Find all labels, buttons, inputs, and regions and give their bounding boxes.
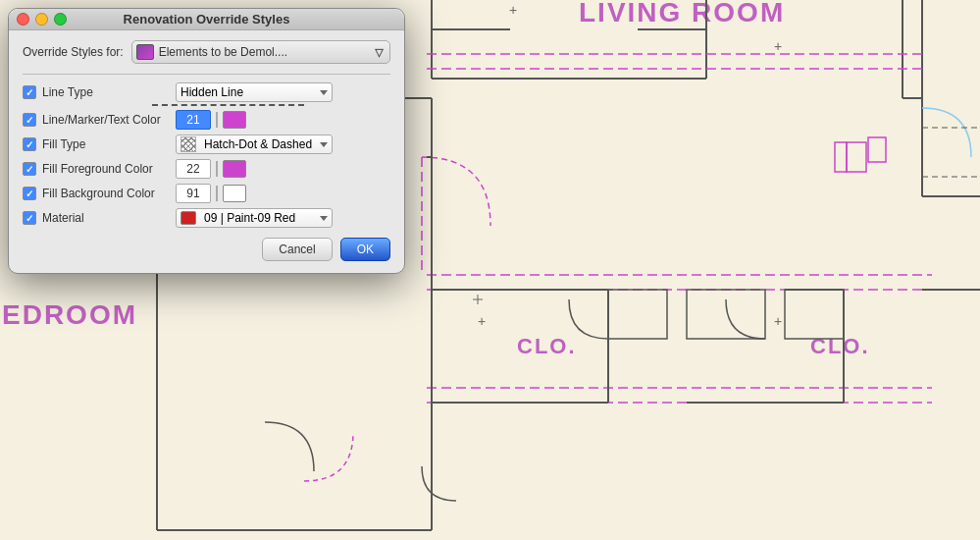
line-type-arrow bbox=[320, 90, 328, 95]
cancel-button[interactable]: Cancel bbox=[262, 238, 332, 261]
fill-bg-color-label: Fill Background Color bbox=[42, 187, 170, 200]
line-color-checkbox[interactable] bbox=[23, 113, 36, 127]
dialog-titlebar: Renovation Override Styles bbox=[9, 9, 404, 30]
override-for-row: Override Styles for: Elements to be Demo… bbox=[23, 40, 390, 64]
line-type-label: Line Type bbox=[42, 85, 170, 99]
material-dropdown[interactable]: 09 | Paint-09 Red bbox=[176, 208, 333, 228]
override-for-label: Override Styles for: bbox=[23, 45, 124, 59]
material-color-icon bbox=[181, 211, 196, 225]
demolition-icon-box bbox=[136, 44, 154, 60]
line-color-number[interactable] bbox=[176, 110, 211, 130]
line-type-text: Hidden Line bbox=[181, 85, 316, 99]
renovation-override-dialog: Renovation Override Styles Override Styl… bbox=[8, 8, 405, 274]
material-text: 09 | Paint-09 Red bbox=[204, 211, 316, 225]
line-type-checkbox[interactable] bbox=[23, 85, 36, 99]
dialog-title: Renovation Override Styles bbox=[124, 12, 290, 27]
fill-fg-color-row: Fill Foreground Color bbox=[23, 159, 390, 179]
fill-fg-color-checkbox[interactable] bbox=[23, 162, 36, 176]
maximize-button[interactable] bbox=[54, 13, 67, 26]
line-color-row: Line/Marker/Text Color bbox=[23, 110, 390, 130]
line-type-dropdown[interactable]: Hidden Line bbox=[176, 82, 333, 102]
fill-bg-color-row: Fill Background Color bbox=[23, 184, 390, 203]
hatch-preview-icon bbox=[181, 136, 196, 152]
material-row: Material 09 | Paint-09 Red bbox=[23, 208, 390, 228]
fill-bg-color-number[interactable] bbox=[176, 184, 211, 203]
svg-text:+: + bbox=[478, 313, 486, 329]
override-for-dropdown[interactable]: Elements to be Demol.... ▿ bbox=[131, 40, 390, 64]
dialog-body: Override Styles for: Elements to be Demo… bbox=[9, 30, 404, 273]
material-value: 09 | Paint-09 Red bbox=[176, 208, 333, 228]
ok-button[interactable]: OK bbox=[340, 238, 390, 261]
for-dropdown-arrow: ▿ bbox=[375, 43, 384, 61]
clo-right-label: CLO. bbox=[810, 334, 870, 358]
button-row: Cancel OK bbox=[23, 238, 390, 261]
material-checkbox[interactable] bbox=[23, 211, 36, 225]
clo-left-label: CLO. bbox=[517, 334, 577, 358]
fill-bg-sep bbox=[216, 186, 218, 201]
dialog-overlay: Renovation Override Styles Override Styl… bbox=[0, 0, 412, 304]
line-type-value: Hidden Line bbox=[176, 82, 333, 102]
material-arrow bbox=[320, 216, 328, 221]
line-color-sep bbox=[216, 112, 218, 128]
fill-type-row: Fill Type Hatch-Dot & Dashed bbox=[23, 135, 390, 154]
living-room-label: LIVING ROOM bbox=[579, 0, 785, 27]
line-color-swatch[interactable] bbox=[223, 111, 246, 129]
hidden-line-preview bbox=[152, 104, 304, 106]
material-label: Material bbox=[42, 211, 170, 225]
override-for-value: Elements to be Demol.... bbox=[159, 45, 375, 59]
fill-type-value: Hatch-Dot & Dashed bbox=[176, 135, 333, 154]
fill-type-dropdown[interactable]: Hatch-Dot & Dashed bbox=[176, 135, 333, 154]
fill-bg-color-swatch[interactable] bbox=[223, 185, 246, 202]
line-color-value bbox=[176, 110, 246, 130]
fill-bg-color-checkbox[interactable] bbox=[23, 187, 36, 200]
fill-fg-color-number[interactable] bbox=[176, 159, 211, 179]
fill-fg-color-value bbox=[176, 159, 246, 179]
fill-type-text: Hatch-Dot & Dashed bbox=[204, 137, 316, 151]
fill-fg-sep bbox=[216, 161, 218, 177]
fill-bg-color-value bbox=[176, 184, 246, 203]
svg-text:+: + bbox=[774, 38, 782, 54]
fill-fg-color-swatch[interactable] bbox=[223, 160, 246, 178]
line-type-preview-row bbox=[152, 104, 390, 106]
line-color-label: Line/Marker/Text Color bbox=[42, 113, 170, 127]
close-button[interactable] bbox=[17, 13, 29, 26]
separator bbox=[23, 74, 390, 75]
traffic-lights bbox=[17, 13, 67, 26]
fill-type-arrow bbox=[320, 142, 328, 147]
fill-type-checkbox[interactable] bbox=[23, 137, 36, 151]
fill-fg-color-label: Fill Foreground Color bbox=[42, 162, 170, 176]
svg-text:+: + bbox=[509, 2, 517, 18]
fill-type-label: Fill Type bbox=[42, 137, 170, 151]
svg-text:+: + bbox=[774, 313, 782, 329]
minimize-button[interactable] bbox=[35, 13, 48, 26]
line-type-row: Line Type Hidden Line bbox=[23, 82, 390, 102]
